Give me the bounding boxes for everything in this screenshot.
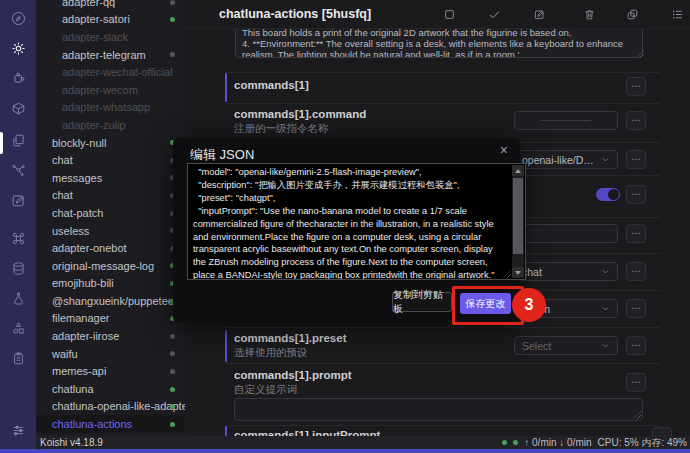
plugin-name: chatluna-openai-like-adapter [52, 400, 185, 412]
sidebar-item-adapter-whatsapp[interactable]: adapter-whatsapp [36, 99, 185, 117]
plugin-name: @shangxueink/puppeteer-... [52, 295, 185, 307]
sidebar-item-original-message-log[interactable]: original-message-log [36, 257, 185, 275]
textarea-resize-grip[interactable] [633, 411, 641, 419]
files-icon[interactable] [0, 127, 36, 153]
sandbox-edit-icon[interactable] [0, 187, 36, 213]
sidebar-item-blockly-null[interactable]: blockly-null [36, 134, 185, 152]
koishi-app: adapter-qqadapter-satoriadapter-slackada… [0, 0, 690, 453]
plugin-name: waifu [52, 348, 78, 360]
database-icon[interactable] [0, 255, 36, 281]
toggle-more-button[interactable]: ⋯ [626, 185, 646, 204]
experiments-flask-icon[interactable] [0, 285, 36, 311]
json-content: "model": "openai-like/gemini-2.5-flash-i… [193, 166, 496, 280]
text-input-empty[interactable] [514, 224, 618, 243]
logs-clipboard-icon[interactable] [0, 345, 36, 371]
sidebar-item-adapter-slack[interactable]: adapter-slack [36, 28, 185, 46]
apply-check-icon[interactable] [488, 7, 502, 21]
sidebar-item-adapter-satori[interactable]: adapter-satori [36, 11, 185, 29]
plugin-name: original-message-log [52, 260, 154, 272]
sidebar-item-chat[interactable]: chat [36, 151, 185, 169]
toggle-switch-on[interactable] [596, 188, 620, 201]
clone-copy-icon[interactable] [626, 7, 640, 21]
section-border [225, 73, 227, 102]
shapes-icon[interactable] [0, 315, 36, 341]
command-input[interactable] [514, 111, 618, 130]
plugin-name: adapter-satori [62, 13, 130, 25]
plugin-name: adapter-zulip [62, 119, 126, 131]
input-more-button[interactable]: ⋯ [626, 224, 646, 243]
commands-more-button[interactable]: ⋯ [626, 77, 646, 96]
icon-rail [0, 0, 36, 449]
prompt-more-button[interactable]: ⋯ [626, 373, 646, 392]
sidebar-item-useless[interactable]: useless [36, 222, 185, 240]
sidebar-item-adapter-onebot[interactable]: adapter-onebot [36, 239, 185, 257]
close-icon[interactable]: × [500, 142, 508, 158]
sidebar-item-adapter-telegram[interactable]: adapter-telegram [36, 46, 185, 64]
chat-mode-value: chat [522, 266, 597, 278]
sidebar-item-shangxueinkpuppeteer-[interactable]: @shangxueink/puppeteer-... [36, 292, 185, 310]
stop-plugin-icon[interactable] [443, 7, 457, 21]
command-more-button[interactable]: ⋯ [626, 111, 646, 130]
sidebar-item-filemanager[interactable]: filemanager [36, 310, 185, 328]
prompt-textarea[interactable] [234, 398, 643, 421]
textarea-resize-grip[interactable] [503, 270, 511, 278]
model-more-button[interactable]: ⋯ [626, 150, 646, 169]
rename-edit-icon[interactable] [533, 7, 547, 21]
sidebar-item-adapter-wechat-official[interactable]: adapter-wechat-official [36, 63, 185, 81]
status-green-dot [502, 440, 507, 445]
sidebar-item-waifu[interactable]: waifu [36, 345, 185, 363]
plugin-name: chat [52, 154, 73, 166]
modal-title: 编辑 JSON [190, 146, 254, 164]
json-textarea[interactable]: "model": "openai-like/gemini-2.5-flash-i… [187, 163, 526, 280]
plugin-sidebar: adapter-qqadapter-satoriadapter-slackada… [36, 0, 185, 436]
scroll-down-arrow-icon[interactable] [512, 267, 524, 278]
dependencies-graph-icon[interactable] [0, 157, 36, 183]
prompt-desc: 自定义提示词 [234, 383, 297, 397]
market-box-icon[interactable] [0, 95, 36, 121]
preset-dropdown[interactable]: Select [514, 336, 618, 355]
scroll-up-arrow-icon[interactable] [512, 165, 524, 176]
sidebar-item-chatluna-openai-like-adapter[interactable]: chatluna-openai-like-adapter [36, 398, 185, 416]
page-title: chatluna-actions [5husfq] [219, 7, 371, 21]
plugin-name: adapter-wechat-official [62, 66, 172, 78]
sidebar-item-chat[interactable]: chat [36, 187, 185, 205]
description-textarea[interactable]: This board holds a print of the original… [235, 24, 643, 58]
sidebar-item-messages[interactable]: messages [36, 169, 185, 187]
sidebar-item-adapter-iirose[interactable]: adapter-iirose [36, 327, 185, 345]
sidebar-item-memes-api[interactable]: memes-api [36, 362, 185, 380]
copy-to-clipboard-button[interactable]: 复制到剪贴板 [392, 292, 452, 312]
plugins-puzzle-icon[interactable] [0, 65, 36, 91]
scrollbar-thumb[interactable] [513, 178, 523, 254]
plugin-name: adapter-iirose [52, 330, 119, 342]
sidebar-item-adapter-wecom[interactable]: adapter-wecom [36, 81, 185, 99]
sidebar-item-adapter-qq[interactable]: adapter-qq [36, 0, 185, 11]
chat-mode-dropdown[interactable]: chat [514, 262, 618, 281]
plugin-status-dot [170, 52, 175, 57]
plugin-name: adapter-whatsapp [62, 101, 150, 113]
plugin-name: adapter-qq [62, 0, 115, 8]
chevron-down-icon [601, 341, 610, 350]
preferences-sliders-icon[interactable] [0, 417, 36, 443]
preset-more-button[interactable]: ⋯ [626, 336, 646, 355]
plugin-status-dot [170, 387, 175, 392]
sidebar-item-chatluna[interactable]: chatluna [36, 380, 185, 398]
delete-trash-icon[interactable] [583, 7, 597, 21]
action-mode-more-button[interactable]: ⋯ [626, 299, 646, 318]
empty-value-dash [541, 120, 591, 121]
dashboard-icon[interactable] [0, 5, 36, 31]
commands-icon[interactable] [0, 225, 36, 251]
sidebar-item-chat-patch[interactable]: chat-patch [36, 204, 185, 222]
save-changes-button[interactable]: 保存更改 [460, 293, 511, 314]
plugin-list: adapter-qqadapter-satoriadapter-slackada… [36, 0, 185, 433]
sidebar-item-chatluna-actions[interactable]: chatluna-actions [36, 415, 185, 433]
sidebar-item-adapter-zulip[interactable]: adapter-zulip [36, 116, 185, 134]
sidebar-item-emojihub-bili[interactable]: emojihub-bili [36, 275, 185, 293]
detail-list-icon[interactable] [671, 7, 685, 21]
plugin-name: chat [52, 189, 73, 201]
model-dropdown[interactable]: openai-like/DeepSe... [514, 150, 618, 169]
theme-accent-strip [0, 449, 690, 453]
chat-mode-more-button[interactable]: ⋯ [626, 262, 646, 281]
plugin-status-dot [170, 0, 175, 5]
command-desc: 注册的一级指令名称 [234, 122, 329, 136]
gear-icon[interactable] [0, 35, 36, 61]
